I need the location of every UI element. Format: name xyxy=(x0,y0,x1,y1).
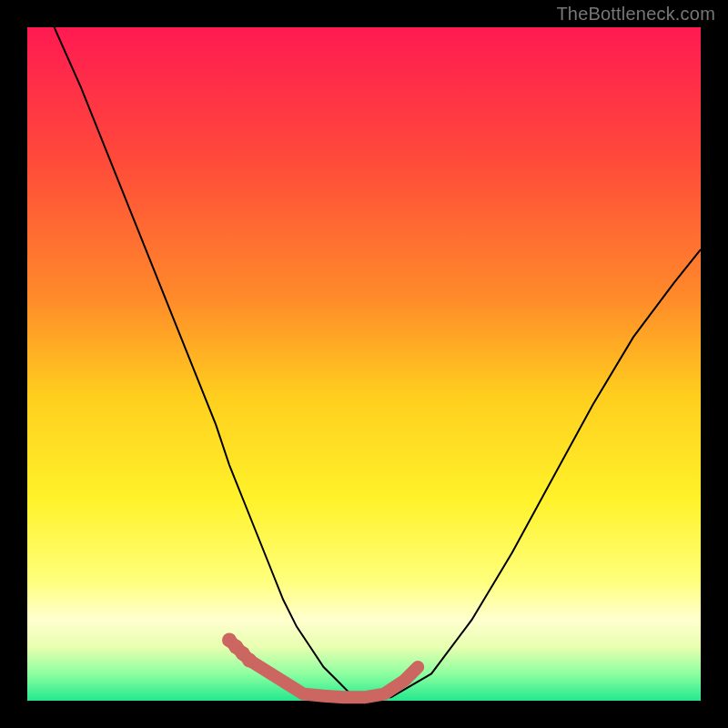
plot-background xyxy=(27,27,701,701)
highlight-bead xyxy=(242,653,257,668)
bottleneck-chart xyxy=(0,0,728,728)
watermark-text: TheBottleneck.com xyxy=(556,4,715,25)
chart-frame: { "watermark": "TheBottleneck.com", "col… xyxy=(0,0,728,728)
